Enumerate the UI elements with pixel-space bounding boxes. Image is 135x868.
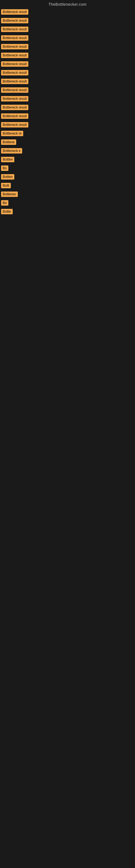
bottleneck-row: Bottleneck result — [0, 8, 135, 16]
bottleneck-result-badge[interactable]: Bottleneck result — [1, 53, 28, 58]
bottleneck-row: Bottle — [0, 207, 135, 215]
bottleneck-result-badge[interactable]: Bottleneck result — [1, 70, 28, 75]
bottleneck-row: Bottleneck result — [0, 68, 135, 76]
bottleneck-row: Bottleneck result — [0, 112, 135, 120]
bottleneck-result-badge[interactable]: Bottleneck result — [1, 18, 28, 23]
bottleneck-result-badge[interactable]: Bottleneck result — [1, 44, 28, 50]
bottleneck-result-badge[interactable]: Bottle — [1, 209, 13, 214]
bottleneck-row: Bottlen — [0, 155, 135, 163]
bottleneck-result-badge[interactable]: Bottleneck e — [1, 148, 22, 154]
bottleneck-result-badge[interactable]: Bottleneck re — [1, 131, 23, 136]
bottleneck-result-badge[interactable]: Bottleneck result — [1, 35, 28, 41]
site-title: TheBottlenecker.com — [0, 0, 135, 8]
bottleneck-row: Bottleneck result — [0, 120, 135, 129]
bottleneck-row: Bottleneck e — [0, 147, 135, 155]
bottleneck-row: Bottleneck result — [0, 16, 135, 24]
bottleneck-result-badge[interactable]: Bo — [1, 200, 8, 206]
bottleneck-result-badge[interactable]: Bottleneck result — [1, 61, 28, 67]
bottleneck-row: Bottleneck result — [0, 60, 135, 68]
bottleneck-result-badge[interactable]: Bottleneck result — [1, 87, 28, 93]
bottleneck-result-badge[interactable]: Bottleneck result — [1, 96, 28, 101]
bottleneck-result-badge[interactable]: Bottlen — [1, 174, 14, 180]
bottleneck-row: Bottl — [0, 181, 135, 189]
bottleneck-result-badge[interactable]: Bottleneck result — [1, 79, 28, 84]
bottleneck-result-badge[interactable]: Bottleneck result — [1, 27, 28, 32]
bottleneck-row: Bottlene — [0, 138, 135, 146]
bottleneck-row: Bottleneck result — [0, 25, 135, 33]
bottleneck-result-badge[interactable]: Bo — [1, 165, 8, 171]
bottleneck-result-badge[interactable]: Bottl — [1, 183, 11, 188]
bottleneck-row: Bottleneck result — [0, 103, 135, 111]
bottleneck-row: Bottleneck result — [0, 42, 135, 51]
bottleneck-row: Bo — [0, 198, 135, 207]
bottleneck-result-badge[interactable]: Bottleneck result — [1, 113, 28, 119]
bottleneck-row: Bottleneck result — [0, 51, 135, 59]
bottleneck-result-badge[interactable]: Bottlen — [1, 157, 14, 162]
bottleneck-row: Bottleneck result — [0, 86, 135, 94]
bottleneck-row: Bottlenec — [0, 190, 135, 198]
bottleneck-row: Bottleneck re — [0, 129, 135, 137]
bottleneck-result-badge[interactable]: Bottleneck result — [1, 122, 28, 127]
bottleneck-result-badge[interactable]: Bottleneck result — [1, 9, 28, 14]
bottleneck-result-badge[interactable]: Bottlene — [1, 140, 16, 145]
bottleneck-row: Bottlen — [0, 173, 135, 181]
bottleneck-row: Bo — [0, 164, 135, 172]
bottleneck-result-badge[interactable]: Bottleneck result — [1, 105, 28, 110]
bottleneck-row: Bottleneck result — [0, 77, 135, 85]
bottleneck-result-badge[interactable]: Bottlenec — [1, 191, 18, 197]
bottleneck-row: Bottleneck result — [0, 34, 135, 42]
bottleneck-row: Bottleneck result — [0, 94, 135, 102]
